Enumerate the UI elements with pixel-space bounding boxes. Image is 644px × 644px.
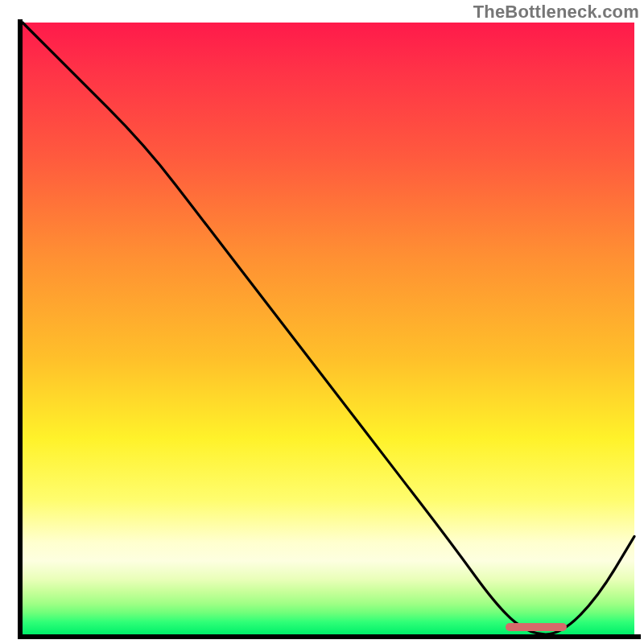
bottleneck-curve	[23, 23, 634, 634]
optimum-marker	[506, 623, 567, 631]
watermark-text: TheBottleneck.com	[473, 2, 639, 23]
chart-stage: TheBottleneck.com	[0, 0, 644, 644]
